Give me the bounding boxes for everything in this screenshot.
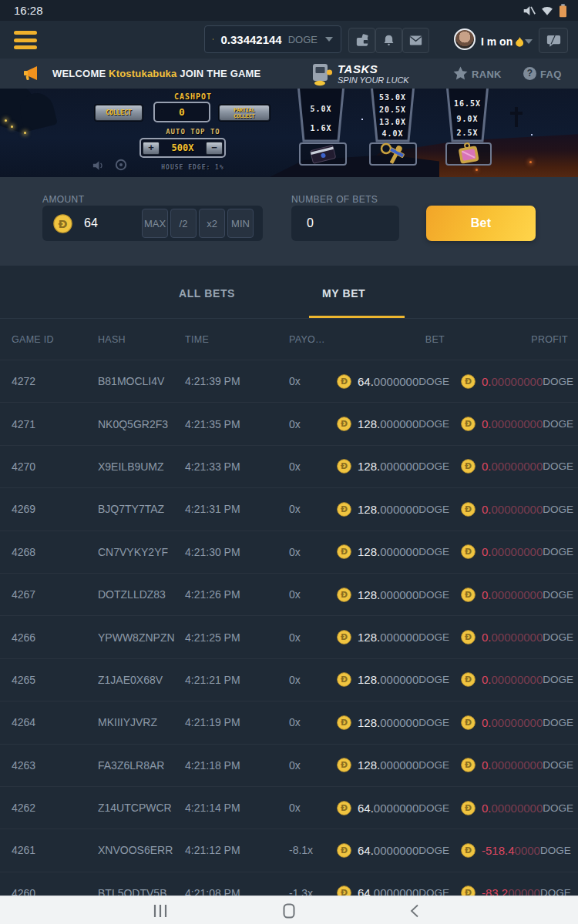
doge-coin-icon: Đ [337, 630, 351, 644]
tab-my-bet[interactable]: MY BET [322, 287, 365, 300]
profit-cell: Đ0.00000000DOGE [445, 715, 573, 730]
partial-collect-button[interactable]: PARTIAL COLLECT [219, 105, 270, 121]
svg-text:Đ: Đ [341, 889, 348, 896]
svg-text:Đ: Đ [465, 377, 472, 387]
bet-controls-panel: AMOUNT Đ MAX /2 x2 MIN NUMBER OF BETS Be… [0, 177, 578, 266]
hash-cell: DOTZLLDZ83 [98, 588, 185, 601]
time-cell: 4:21:25 PM [185, 631, 289, 644]
number-of-bets-input[interactable] [305, 216, 378, 231]
profit-currency: DOGE [543, 418, 573, 430]
header-bet: BET [337, 334, 445, 345]
table-row[interactable]: 4261XNVOOS6ERR4:21:12 PM-8.1xĐ64.0000000… [0, 829, 578, 871]
svg-text:Đ: Đ [465, 761, 472, 771]
sound-icon[interactable] [92, 160, 105, 171]
doge-coin-icon: Đ [461, 843, 476, 858]
hash-cell: Z1JAE0X68V [98, 674, 185, 686]
svg-text:Đ: Đ [465, 462, 472, 472]
plus-button[interactable]: + [143, 142, 160, 155]
svg-text:Đ: Đ [341, 675, 348, 685]
payout-cell: 0x [289, 503, 337, 515]
game-id-cell: 4260 [12, 887, 98, 896]
messages-button[interactable] [402, 28, 429, 53]
rank-link[interactable]: RANK [472, 69, 502, 80]
max-button[interactable]: MAX [142, 209, 168, 238]
amount-input[interactable] [82, 216, 139, 231]
welcome-message: WELCOME Ktostukabuka JOIN THE GAME [52, 68, 260, 79]
tab-all-bets[interactable]: ALL BETS [179, 287, 235, 300]
game-id-cell: 4261 [12, 844, 98, 856]
username[interactable]: I m on [481, 35, 524, 48]
profit-currency: DOGE [543, 504, 573, 515]
minus-button[interactable]: − [206, 142, 223, 155]
bet-cell: Đ128.000000DOGE [337, 630, 445, 644]
doge-coin-icon: Đ [337, 374, 351, 389]
pink-amulet-icon [452, 141, 485, 167]
header-hash: HASH [98, 334, 185, 345]
chat-button[interactable]: 32 [539, 28, 568, 53]
hash-cell: XNVOOS6ERR [98, 844, 185, 856]
half-button[interactable]: /2 [170, 209, 197, 238]
game-id-cell: 4269 [12, 503, 98, 515]
svg-text:Đ: Đ [465, 547, 472, 557]
profit-cell: Đ0.00000000DOGE [445, 544, 573, 559]
game-id-cell: 4262 [12, 802, 98, 814]
profit-currency: DOGE [543, 631, 573, 643]
star-icon [453, 66, 468, 80]
shell-icon[interactable] [115, 159, 127, 171]
multiplier-value: 9.0X [444, 115, 491, 123]
svg-text:Đ: Đ [341, 504, 348, 514]
svg-text:Đ: Đ [58, 217, 67, 229]
balance-amount: 0.33442144 [220, 33, 281, 46]
table-row[interactable]: 4272B81MOCLI4V4:21:39 PM0xĐ64.0000000DOG… [0, 360, 578, 402]
hash-cell: X9EILB9UMZ [98, 460, 185, 473]
chat-icon [546, 34, 561, 47]
time-cell: 4:21:18 PM [185, 759, 289, 772]
chevron-down-icon [325, 37, 333, 42]
table-row[interactable]: 4260BTL5ODTV5B4:21:08 PM-1.3xĐ64.0000000… [0, 872, 578, 896]
amount-input-group: Đ MAX /2 x2 MIN [42, 206, 263, 241]
balance-selector[interactable]: Đ 0.33442144 DOGE [204, 25, 341, 53]
header-payout[interactable]: PAYO… [289, 334, 337, 345]
svg-text:Đ: Đ [465, 504, 472, 514]
payout-cell: 0x [289, 802, 337, 814]
hash-cell: NK0Q5GR2F3 [98, 418, 185, 430]
wallet-button[interactable] [348, 28, 375, 53]
menu-icon[interactable] [14, 31, 37, 49]
avatar[interactable] [454, 28, 476, 50]
double-button[interactable]: x2 [199, 209, 225, 238]
home-button[interactable] [274, 902, 304, 920]
table-row[interactable]: 4264MKIIIYJVRZ4:21:19 PM0xĐ128.000000DOG… [0, 701, 578, 743]
item-slot-golden-ankh[interactable] [369, 142, 417, 166]
item-slot-pink-amulet[interactable] [445, 142, 492, 166]
notifications-button[interactable] [375, 28, 402, 53]
spell-book-icon [306, 142, 340, 166]
min-button[interactable]: MIN [227, 209, 254, 238]
time-cell: 4:21:12 PM [185, 844, 289, 856]
tasks-title[interactable]: TASKS [338, 62, 378, 75]
table-row[interactable]: 4270X9EILB9UMZ4:21:33 PM0xĐ128.000000DOG… [0, 445, 578, 487]
doge-coin-icon: Đ [337, 886, 351, 896]
table-row[interactable]: 4263FA3Z6LR8AR4:21:18 PM0xĐ128.000000DOG… [0, 744, 578, 786]
profit-cell: Đ0.00000000DOGE [445, 459, 573, 474]
table-row[interactable]: 4268CN7VYKY2YF4:21:30 PM0xĐ128.000000DOG… [0, 531, 578, 573]
table-row[interactable]: 4271NK0Q5GR2F34:21:35 PM0xĐ128.000000DOG… [0, 402, 578, 444]
item-slot-spell-book[interactable] [299, 142, 347, 166]
profit-cell: Đ-83.200000DOGE [445, 886, 571, 896]
faq-link[interactable]: FAQ [540, 69, 562, 80]
back-button[interactable] [399, 902, 430, 920]
back-icon [410, 904, 419, 918]
svg-text:Đ: Đ [341, 462, 348, 472]
table-row[interactable]: 4262Z14UTCPWCR4:21:14 PM0xĐ64.0000000DOG… [0, 786, 578, 829]
table-row[interactable]: 4267DOTZLLDZ834:21:26 PM0xĐ128.000000DOG… [0, 573, 578, 615]
number-of-bets-label: NUMBER OF BETS [291, 194, 378, 205]
welcome-username: Ktostukabuka [109, 68, 176, 79]
bet-button[interactable]: Bet [426, 206, 536, 241]
table-row[interactable]: 4265Z1JAE0X68V4:21:21 PM0xĐ128.000000DOG… [0, 658, 578, 701]
table-row[interactable]: 4269BJQ7TY7TAZ4:21:31 PM0xĐ128.000000DOG… [0, 487, 578, 530]
profit-cell: Đ0.00000000DOGE [445, 801, 573, 815]
profit-currency: DOGE [540, 845, 571, 856]
recent-apps-button[interactable] [145, 902, 176, 920]
table-row[interactable]: 4266YPWW8ZNPZN4:21:25 PM0xĐ128.000000DOG… [0, 615, 578, 658]
doge-coin-icon: Đ [337, 544, 351, 559]
collect-button[interactable]: COLLECT [95, 105, 143, 121]
